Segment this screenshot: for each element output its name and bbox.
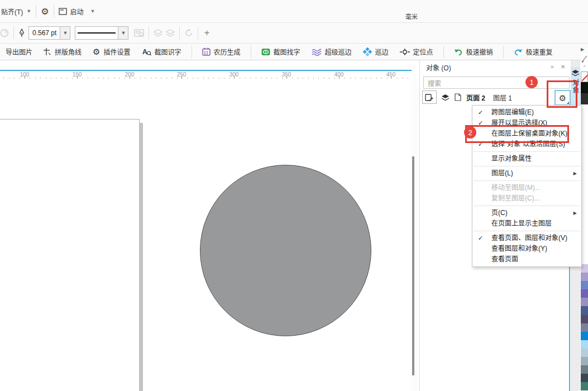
plugin-button[interactable]: 巡边	[357, 47, 394, 56]
color-swatch[interactable]	[581, 315, 588, 323]
plus-icon[interactable]: +	[204, 27, 209, 39]
color-swatch[interactable]	[581, 349, 588, 357]
menu-item[interactable]: 在页面上显示主图层	[472, 218, 581, 229]
redo-blue-icon	[514, 48, 523, 56]
color-swatch[interactable]	[581, 298, 588, 306]
scrollbar-thumb[interactable]	[412, 156, 414, 375]
chevron-down-icon[interactable]: ▼	[90, 8, 95, 14]
ellipse-shape[interactable]	[200, 165, 371, 336]
plugin-button[interactable]: 极速重复	[508, 47, 558, 56]
plugin-button[interactable]: A截图识字	[136, 47, 187, 56]
color-swatch[interactable]	[581, 374, 588, 382]
drawing-canvas[interactable]	[0, 79, 412, 391]
document-page[interactable]	[0, 119, 140, 391]
menu-item[interactable]: ✓跨图层编辑(E)	[472, 107, 581, 118]
diamonds-blue-icon	[363, 47, 372, 56]
plugin-button-label: 截图识字	[155, 47, 181, 56]
plugin-button[interactable]: 超级巡边	[306, 47, 357, 56]
annotation-badge-2: 2	[464, 126, 476, 139]
menu-item-label: 复制至图层(C)...	[491, 194, 540, 202]
layers-icon	[571, 69, 580, 77]
menu-item-label: 跨图层编辑(E)	[491, 108, 534, 116]
color-swatch[interactable]	[581, 82, 588, 93]
palette-colors	[581, 264, 588, 390]
separator	[54, 5, 54, 17]
color-swatch[interactable]	[581, 365, 588, 374]
color-swatch[interactable]	[581, 357, 588, 365]
chevron-down-icon[interactable]: ▼	[60, 27, 70, 39]
color-swatch[interactable]	[581, 273, 588, 281]
launch-window-icon[interactable]	[59, 8, 67, 15]
outline-width-combobox[interactable]: 0.567 pt ▼	[28, 26, 70, 40]
new-layer-button[interactable]	[422, 90, 437, 104]
color-swatch[interactable]	[581, 281, 588, 289]
docker-close-icon[interactable]: ✕	[561, 64, 565, 70]
layers-icon[interactable]	[441, 94, 450, 101]
outline-width-value[interactable]: 0.567 pt	[29, 29, 60, 37]
separator	[179, 27, 180, 39]
horizontal-ruler[interactable]: 100150200250300350400450	[0, 60, 412, 79]
menu-separator	[474, 166, 580, 166]
plugin-button[interactable]: 定位点	[394, 47, 439, 56]
menu-item: 复制至图层(C)...	[472, 193, 581, 204]
plugin-button[interactable]: 拼版角线	[38, 47, 87, 56]
separator	[36, 5, 36, 17]
outline-pen-icon	[18, 28, 25, 37]
plugin-toolbar: 导出图片拼版角线⚙插件设置A截图识字农历生成截图找字超级巡边巡边定位点极速撤销极…	[0, 44, 588, 60]
plugin-button-label: 拼版角线	[55, 47, 82, 56]
menu-separator	[474, 180, 580, 181]
toolbar-overflow-icon[interactable]: ▶	[581, 47, 584, 52]
plugin-button-label: 极速撤销	[466, 47, 493, 56]
plugin-button[interactable]: 农历生成	[197, 47, 246, 56]
layers-back-icon	[166, 29, 175, 37]
color-swatch[interactable]	[581, 340, 588, 349]
menu-item[interactable]: 查看页面	[472, 254, 581, 265]
plugin-button[interactable]: ⚙插件设置	[87, 47, 136, 57]
checkmark-icon: ✓	[478, 107, 483, 118]
separator	[13, 27, 14, 39]
color-swatch[interactable]	[581, 323, 588, 332]
options-gear-icon[interactable]: ⚙	[41, 6, 49, 17]
color-swatch[interactable]	[581, 289, 588, 298]
plugin-button[interactable]: 截图找字	[256, 47, 306, 56]
breadcrumb-layer: 图层 1	[493, 93, 512, 102]
cropmark-icon	[44, 47, 51, 56]
toolbar-standard: 贴齐(T) ▼ ⚙ 启动 ▼	[0, 0, 588, 23]
menu-item-label: 查看图层和对象(Y)	[491, 245, 547, 252]
chevron-down-icon[interactable]: ▼	[26, 8, 31, 14]
color-swatch[interactable]	[581, 332, 588, 340]
palette-scroll-up-icon[interactable]: ⌃	[581, 65, 588, 71]
menu-item[interactable]: 页(C)▶	[472, 208, 581, 218]
anchor-cross-icon	[400, 48, 410, 56]
plugin-button-label: 极速重复	[526, 47, 553, 56]
app-window: 贴齐(T) ▼ ⚙ 启动 ▼ 0.567 pt ▼ ▼ + 导出图片拼版角线⚙插…	[0, 0, 588, 391]
text-properties-icon	[134, 28, 144, 37]
docker-splitter[interactable]	[569, 267, 570, 391]
docker-title: 对象 (O)	[426, 63, 451, 72]
no-color-swatch[interactable]	[581, 71, 588, 82]
separator	[192, 46, 192, 58]
fill-tool-icon	[0, 28, 9, 37]
snap-button[interactable]: 贴齐(T)	[1, 7, 23, 16]
color-swatch[interactable]	[581, 306, 588, 314]
menu-item[interactable]: 查看图层和对象(Y)	[472, 244, 581, 254]
chevron-down-icon[interactable]: ▼	[118, 27, 128, 39]
menu-item: 移动至图层(M)...	[472, 183, 581, 193]
property-bar: 0.567 pt ▼ ▼ +	[0, 23, 588, 44]
menu-item[interactable]: ✓查看页面、图层和对象(V)	[472, 233, 581, 244]
plugin-button-label: 农历生成	[214, 47, 241, 56]
eyedropper-icon[interactable]	[581, 55, 588, 63]
docker-controls: 页面 2 图层 1	[422, 90, 568, 104]
launch-button[interactable]: 启动	[70, 7, 84, 16]
plugin-button[interactable]: 极速撤销	[448, 47, 499, 56]
line-style-picker[interactable]: ▼	[75, 26, 128, 40]
color-swatch[interactable]	[581, 382, 588, 390]
color-swatch[interactable]	[581, 93, 588, 104]
menu-item[interactable]: 显示对象属性	[472, 154, 581, 164]
vertical-scrollbar[interactable]	[412, 79, 419, 391]
plugin-button-label: 定位点	[413, 47, 433, 56]
page-icon[interactable]	[455, 93, 461, 101]
menu-item[interactable]: 图层(L)▶	[472, 168, 581, 179]
docker-collapse-icon[interactable]: »	[551, 64, 554, 70]
plugin-button[interactable]: 导出图片	[0, 47, 38, 56]
